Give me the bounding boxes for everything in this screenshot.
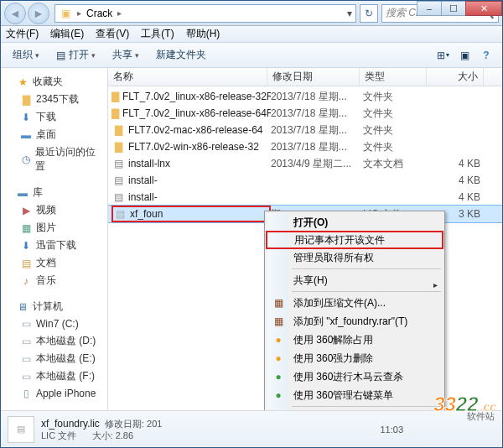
device-icon: ▯	[19, 387, 33, 400]
drive-icon: ▭	[19, 370, 33, 383]
sidebar-item-drive-e[interactable]: ▭本地磁盘 (E:)	[1, 350, 107, 367]
column-type[interactable]: 类型	[360, 68, 427, 86]
context-menu-item[interactable]: ●使用 360进行木马云查杀	[267, 367, 443, 386]
drive-icon: ▭	[19, 335, 33, 348]
maximize-button[interactable]: ☐	[441, 1, 466, 16]
folder-icon: ▇	[111, 123, 125, 137]
drive-icon: ▭	[19, 317, 33, 331]
toolbar: 组织 ▤打开 共享 新建文件夹 ⊞▾ ▣ ?	[1, 43, 502, 68]
context-menu-item[interactable]: ●使用 360强力删除	[267, 349, 443, 367]
column-date[interactable]: 修改日期	[267, 68, 360, 86]
file-row[interactable]: ▤install-4 KB	[108, 189, 502, 206]
open-button[interactable]: ▤打开	[51, 46, 101, 64]
column-name[interactable]: 名称	[108, 68, 267, 86]
new-folder-button[interactable]: 新建文件夹	[151, 46, 211, 64]
file-name: xf_foun	[130, 208, 163, 220]
file-type: 文件夹	[363, 107, 430, 121]
context-menu-item[interactable]: 用记事本打开该文件	[266, 231, 443, 249]
minimize-button[interactable]: –	[417, 1, 442, 16]
sidebar-item-xunlei[interactable]: ⬇迅雷下载	[1, 237, 107, 254]
rar-icon: ▦	[272, 296, 285, 310]
menu-item-label: 使用 360强力删除	[293, 352, 373, 366]
folder-icon: ▇	[111, 90, 119, 103]
360o-icon: ●	[272, 333, 285, 346]
context-menu: 打开(O)用记事本打开该文件管理员取得所有权共享(H)▦添加到压缩文件(A)..…	[264, 211, 445, 410]
folder-icon: ▇	[111, 107, 119, 120]
menu-item-label: 使用 360管理右键菜单	[293, 388, 393, 403]
menu-help[interactable]: 帮助(H)	[186, 27, 220, 41]
file-row[interactable]: ▇FLT_7.0v2_linux-x86-release-32RH2013/7/…	[108, 88, 502, 105]
share-button[interactable]: 共享	[107, 46, 144, 64]
file-size: 4 KB	[430, 175, 480, 186]
menu-item-label: 添加到 "xf_foundry.rar"(T)	[293, 315, 407, 329]
file-row[interactable]: ▇FLT7.0v2-mac-x86-release-642013/7/18 星期…	[108, 122, 502, 138]
file-date: 2013/7/18 星期...	[271, 140, 363, 154]
context-menu-item[interactable]: 共享(H)	[267, 271, 443, 289]
nav-back-button[interactable]: ◄	[4, 3, 26, 24]
file-name: FLT_7.0v2_linux-x86-release-64RH	[122, 107, 271, 119]
window-controls: – ☐ ✕	[417, 1, 502, 16]
sidebar-libraries-header[interactable]: ▷▬库	[1, 184, 107, 201]
sidebar-item-2345[interactable]: ▇2345下载	[1, 91, 107, 108]
computer-icon: 🖥	[16, 300, 29, 314]
menu-tools[interactable]: 工具(T)	[141, 27, 174, 41]
sidebar-item-downloads[interactable]: ⬇下载	[1, 108, 107, 126]
recent-icon: ◷	[19, 153, 32, 166]
sidebar-item-recent[interactable]: ◷最近访问的位置	[1, 143, 107, 175]
refresh-button[interactable]: ↻	[360, 4, 378, 23]
sidebar-item-pictures[interactable]: ▦图片	[1, 219, 107, 237]
sidebar-item-music[interactable]: ♪音乐	[1, 272, 107, 289]
file-date: 2013/4/9 星期二...	[271, 157, 363, 171]
context-menu-item[interactable]: ●使用 360管理右键菜单	[267, 386, 443, 404]
organize-button[interactable]: 组织	[8, 46, 44, 64]
help-button[interactable]: ?	[477, 47, 495, 64]
file-name: install-	[128, 191, 158, 203]
library-icon: ▬	[16, 186, 29, 200]
context-menu-item[interactable]: ▦添加到 "xf_foundry.rar"(T)	[267, 312, 443, 331]
menu-view[interactable]: 查看(V)	[96, 27, 129, 41]
close-button[interactable]: ✕	[465, 1, 502, 16]
sidebar-item-drive-f[interactable]: ▭本地磁盘 (F:)	[1, 367, 107, 385]
file-row[interactable]: ▇FLT7.0v2-win-x86-release-322013/7/18 星期…	[108, 138, 502, 155]
music-icon: ♪	[19, 274, 33, 288]
sidebar-item-drive-d[interactable]: ▭本地磁盘 (D:)	[1, 332, 107, 350]
body: ▷★收藏夹 ▇2345下载 ⬇下载 ▬桌面 ◷最近访问的位置 ▷▬库 ▶视频 ▦…	[1, 68, 502, 410]
sidebar-favorites-header[interactable]: ▷★收藏夹	[1, 73, 107, 91]
column-headers: 名称 修改日期 类型 大小	[108, 68, 502, 86]
context-menu-item[interactable]: ▦压缩到...	[267, 409, 443, 410]
file-type: 文件夹	[363, 90, 430, 104]
context-menu-item[interactable]: ▦添加到压缩文件(A)...	[267, 294, 443, 312]
file-icon: ▤	[113, 207, 127, 221]
dropdown-arrow-icon[interactable]: ▾	[347, 8, 352, 19]
desktop-icon: ▬	[19, 128, 33, 142]
address-bar[interactable]: ▣ ▸ Crack ▸ ▾	[54, 4, 356, 23]
folder-icon: ▇	[19, 93, 33, 107]
file-name: FLT7.0v2-win-x86-release-32	[128, 141, 259, 153]
file-row[interactable]: ▤install-4 KB	[108, 172, 502, 189]
column-size[interactable]: 大小	[427, 68, 484, 86]
view-mode-button[interactable]: ⊞▾	[433, 47, 452, 64]
preview-pane-button[interactable]: ▣	[455, 47, 474, 64]
nav-forward-button[interactable]: ►	[28, 3, 49, 24]
breadcrumb-segment[interactable]: Crack	[83, 8, 116, 19]
sidebar-item-desktop[interactable]: ▬桌面	[1, 126, 107, 143]
menu-edit[interactable]: 编辑(E)	[50, 27, 84, 41]
picture-icon: ▦	[19, 221, 33, 235]
menu-item-label: 用记事本打开该文件	[294, 233, 385, 247]
sidebar-computer-header[interactable]: ▷🖥计算机	[1, 298, 107, 315]
context-menu-item[interactable]: 管理员取得所有权	[267, 248, 443, 267]
sidebar-item-drive-c[interactable]: ▭Win7 (C:)	[1, 315, 107, 332]
file-row[interactable]: ▤install-lnx2013/4/9 星期二...文本文档4 KB	[108, 155, 502, 172]
download-icon: ⬇	[19, 239, 33, 253]
sidebar-item-videos[interactable]: ▶视频	[1, 201, 107, 219]
context-menu-item[interactable]: ●使用 360解除占用	[267, 331, 443, 349]
sidebar-item-documents[interactable]: ▤文档	[1, 254, 107, 272]
menu-file[interactable]: 文件(F)	[6, 27, 39, 41]
text-file-icon: ▤	[111, 174, 125, 187]
status-time: 11:03	[380, 425, 403, 435]
file-name: FLT_7.0v2_linux-x86-release-32RH	[122, 91, 271, 102]
context-menu-item[interactable]: 打开(O)	[267, 213, 443, 232]
360o-icon: ●	[272, 352, 285, 365]
sidebar-item-iphone[interactable]: ▯Apple iPhone	[1, 385, 107, 402]
file-row[interactable]: ▇FLT_7.0v2_linux-x86-release-64RH2013/7/…	[108, 105, 502, 122]
